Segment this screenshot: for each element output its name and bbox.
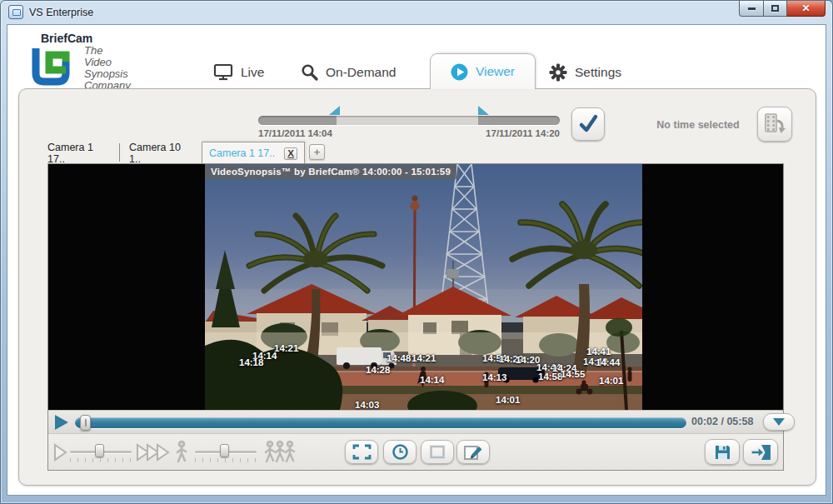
density-slider-handle[interactable] — [220, 444, 229, 457]
nav-item-live[interactable]: Live — [213, 63, 264, 81]
synopsis-timestamp: 14:28 — [366, 365, 390, 375]
synopsis-timestamp: 14:03 — [355, 400, 379, 410]
time-display: 00:02 / 05:58 — [691, 416, 761, 427]
nav-label-on-demand: On-Demand — [326, 65, 396, 80]
gear-icon — [549, 63, 567, 82]
close-icon: ✕ — [801, 3, 810, 13]
minimize-button[interactable] — [739, 1, 764, 17]
player-container: VideoSynopsis™ by BriefCam® 14:00:00 - 1… — [47, 163, 784, 471]
nav-label-viewer: Viewer — [476, 64, 515, 79]
high-density-icon — [263, 441, 297, 464]
app-icon — [8, 5, 23, 19]
nav-tab-viewer[interactable]: Viewer — [430, 53, 536, 89]
speed-slider-handle[interactable] — [95, 444, 104, 457]
apply-time-button[interactable] — [571, 107, 605, 141]
fullscreen-button[interactable] — [345, 440, 378, 464]
camera-tab-2[interactable]: Camera 10 1.. — [122, 142, 201, 164]
briefcam-logo-icon — [27, 42, 74, 88]
playback-options-button[interactable] — [763, 413, 795, 431]
synopsis-timestamp: 14:18 — [239, 357, 263, 367]
edit-icon — [463, 443, 483, 461]
title-bar[interactable]: VS Enterprise ✕ — [1, 1, 832, 24]
export-clip-button[interactable] — [757, 107, 792, 142]
fast-speed-icon — [137, 443, 172, 462]
timeline-track[interactable] — [258, 116, 560, 125]
export-button[interactable] — [743, 439, 778, 465]
camera-tab-3-active[interactable]: Camera 1 17.. X — [202, 142, 305, 164]
play-button[interactable] — [55, 415, 68, 430]
synopsis-timestamp: 14:01 — [496, 395, 520, 405]
checkmark-icon — [576, 113, 600, 135]
synopsis-timestamp: 14:44 — [596, 357, 620, 367]
time-selection-status: No time selected — [636, 119, 761, 131]
video-display[interactable]: VideoSynopsis™ by BriefCam® 14:00:00 - 1… — [48, 164, 783, 410]
seek-bar[interactable] — [75, 417, 686, 428]
timeline-end-marker[interactable] — [478, 106, 489, 115]
save-icon — [714, 444, 731, 461]
film-export-icon — [763, 113, 786, 135]
close-button[interactable]: ✕ — [787, 1, 826, 17]
density-slider-ticks — [195, 458, 258, 462]
camera-tab-1[interactable]: Camera 1 17.. — [41, 142, 119, 164]
camera-tab-separator — [119, 143, 120, 162]
play-circle-icon — [451, 63, 468, 81]
chevron-down-icon — [773, 418, 785, 426]
timeline-start-marker[interactable] — [329, 106, 340, 115]
slow-speed-icon — [53, 443, 68, 462]
synopsis-timestamp: 14:48 — [387, 353, 411, 363]
nav-item-on-demand[interactable]: On-Demand — [301, 63, 396, 81]
synopsis-timestamp: 14:01 — [599, 376, 623, 386]
camera-tab-close-button[interactable]: X — [284, 147, 297, 160]
save-button[interactable] — [705, 439, 740, 465]
seek-handle[interactable] — [80, 415, 91, 431]
monitor-icon — [213, 63, 233, 81]
progress-bar-row: 00:02 / 05:58 — [48, 410, 783, 433]
nav-label-live: Live — [241, 65, 264, 80]
camera-tab-2-label: Camera 10 1.. — [129, 142, 194, 165]
player-toolbar — [48, 433, 783, 470]
synopsis-timestamp: 14:55 — [561, 369, 585, 379]
export-icon — [751, 443, 771, 462]
minimize-icon — [748, 7, 756, 10]
time-overlay-button[interactable] — [383, 440, 416, 464]
app-window: VS Enterprise ✕ BriefCam The Video Synop… — [0, 0, 833, 504]
nav-item-settings[interactable]: Settings — [549, 63, 621, 82]
viewer-panel: 17/11/2011 14:04 17/11/2011 14:20 No tim… — [18, 88, 816, 486]
synopsis-timestamp: 14:58 — [538, 372, 562, 382]
clock-icon — [392, 443, 409, 461]
synopsis-timestamp-layer: 14:2114:1414:1814:2814:4814:2114:1414:03… — [48, 164, 783, 410]
synopsis-timestamp: 14:41 — [586, 347, 611, 357]
timeline-end-label: 17/11/2011 14:20 — [393, 128, 560, 138]
stop-icon — [429, 445, 446, 459]
synopsis-timestamp: 14:14 — [420, 375, 444, 385]
camera-tab-1-label: Camera 1 17.. — [47, 142, 112, 165]
low-density-icon — [175, 441, 188, 464]
timeline-start-label: 17/11/2011 14:04 — [258, 128, 332, 138]
window-title: VS Enterprise — [29, 7, 93, 18]
maximize-button[interactable] — [764, 1, 787, 17]
speed-slider-ticks — [70, 458, 133, 462]
synopsis-timestamp: 14:13 — [482, 372, 506, 382]
add-camera-tab-button[interactable]: + — [309, 144, 325, 160]
nav-label-settings: Settings — [575, 65, 621, 80]
synopsis-timestamp: 14:21 — [412, 353, 436, 363]
search-icon — [301, 63, 318, 81]
brand-tagline: The Video Synopsis Company — [84, 45, 131, 92]
window-content: BriefCam The Video Synopsis Company Live… — [7, 24, 826, 496]
camera-tab-3-label: Camera 1 17.. — [209, 147, 275, 159]
stop-button[interactable] — [421, 440, 454, 464]
fullscreen-icon — [352, 444, 372, 460]
maximize-icon — [771, 5, 779, 12]
edit-button[interactable] — [456, 440, 490, 464]
synopsis-timestamp: 14:21 — [274, 343, 298, 353]
